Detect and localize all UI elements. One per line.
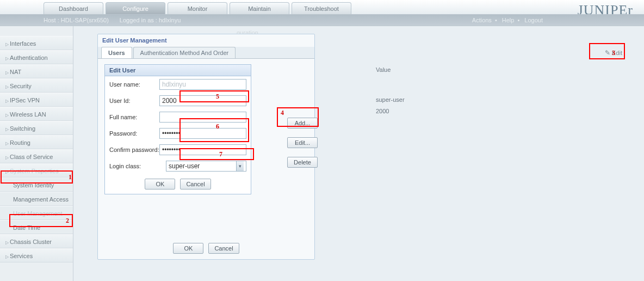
pencil-icon: ✎ <box>605 49 610 57</box>
sidebar-item-class-of-service[interactable]: ▷Class of Service <box>0 149 73 163</box>
login-class-label: Login class: <box>109 163 166 169</box>
chevron-down-icon: ▾ <box>236 161 244 171</box>
sidebar-sub-date-time[interactable]: Date Time <box>0 220 73 234</box>
tab-configure[interactable]: Configure <box>106 2 165 14</box>
sidebar-item-wireless-lan[interactable]: ▷Wireless LAN <box>0 107 73 121</box>
host-label: Host : HDL-SAP(srx650) <box>44 17 109 23</box>
edit-link-label: Edit <box>612 50 622 56</box>
password-label: Password: <box>109 130 159 137</box>
sidebar-sub-user-management[interactable]: User Management <box>0 206 73 220</box>
table-cell-class: super-user <box>376 96 405 103</box>
confirm-password-input[interactable] <box>159 144 246 155</box>
sidebar-item-authentication[interactable]: ▷Authentication <box>0 50 73 64</box>
chevron-right-icon: ▷ <box>5 250 9 264</box>
fullname-label: Full name: <box>109 114 159 120</box>
sidebar-item-chassis-cluster[interactable]: ▷Chassis Cluster <box>0 234 73 248</box>
sidebar: ▷Interfaces ▷Authentication ▷NAT ▷Securi… <box>0 26 73 281</box>
chevron-right-icon: ▷ <box>5 123 9 137</box>
delete-button[interactable]: Delete <box>287 157 318 168</box>
sidebar-item-system-properties[interactable]: ▷System Properties <box>0 163 73 178</box>
password-input[interactable] <box>159 128 246 139</box>
sidebar-item-label: NAT <box>10 69 21 75</box>
top-nav: Dashboard Configure Monitor Maintain Tro… <box>0 0 644 14</box>
edit-button[interactable]: Edit... <box>287 137 318 148</box>
edit-user-management-panel: Edit User Management Users Authenticatio… <box>97 34 315 260</box>
chevron-right-icon: ▷ <box>5 38 9 52</box>
table-cell-uid: 2000 <box>376 108 389 114</box>
chevron-right-icon: ▷ <box>5 80 9 94</box>
sidebar-item-interfaces[interactable]: ▷Interfaces <box>0 36 73 50</box>
sidebar-item-services[interactable]: ▷Services <box>0 248 73 262</box>
tab-troubleshoot[interactable]: Troubleshoot <box>292 2 351 14</box>
chevron-right-icon: ▷ <box>5 94 9 108</box>
sidebar-item-label: Chassis Cluster <box>10 239 52 245</box>
link-help[interactable]: Help <box>502 17 515 23</box>
sidebar-item-label: Routing <box>10 139 30 146</box>
col-value-header: Value <box>376 66 391 73</box>
fullname-input[interactable] <box>159 112 246 123</box>
host-links: Actions• Help• Logout <box>469 17 546 23</box>
panel-tab-users[interactable]: Users <box>101 47 132 58</box>
userid-label: User Id: <box>109 97 159 104</box>
sidebar-sub-system-identity[interactable]: System Identity <box>0 178 73 192</box>
main-content: guration Edit User Management Users Auth… <box>73 26 644 281</box>
panel-tab-auth-method[interactable]: Authentication Method And Order <box>133 47 236 58</box>
link-logout[interactable]: Logout <box>524 17 543 23</box>
sidebar-item-label: Wireless LAN <box>10 111 46 118</box>
sidebar-item-switching[interactable]: ▷Switching <box>0 121 73 135</box>
chevron-down-icon: ▷ <box>5 165 9 179</box>
chevron-right-icon: ▷ <box>5 236 9 250</box>
sidebar-item-label: IPSec VPN <box>10 97 40 103</box>
sidebar-item-security[interactable]: ▷Security <box>0 78 73 93</box>
user-list-buttons: Add... Edit... Delete <box>285 118 320 176</box>
add-button[interactable]: Add... <box>287 118 318 129</box>
sidebar-sub-management-access[interactable]: Management Access <box>0 192 73 206</box>
edit-user-box: Edit User User name: User Id: Full name: <box>104 64 251 194</box>
panel-ok-button[interactable]: OK <box>173 243 203 254</box>
sidebar-item-label: Authentication <box>10 54 48 61</box>
edit-link[interactable]: ✎ Edit <box>605 49 622 57</box>
tab-monitor[interactable]: Monitor <box>168 2 227 14</box>
panel-cancel-button[interactable]: Cancel <box>208 243 239 254</box>
editbox-ok-button[interactable]: OK <box>145 179 175 190</box>
sidebar-item-label: Services <box>10 253 33 259</box>
chevron-right-icon: ▷ <box>5 66 9 80</box>
chevron-right-icon: ▷ <box>5 52 9 66</box>
chevron-right-icon: ▷ <box>5 137 9 151</box>
panel-title: Edit User Management <box>98 34 314 47</box>
login-as-label: Logged in as : hdlxinyu <box>120 17 181 23</box>
username-input[interactable] <box>159 79 246 90</box>
sidebar-item-label: Class of Service <box>10 154 53 160</box>
confirm-password-label: Confirm password: <box>109 146 159 153</box>
sidebar-item-label: Interfaces <box>10 40 36 47</box>
tab-maintain[interactable]: Maintain <box>230 2 289 14</box>
tab-dashboard[interactable]: Dashboard <box>44 2 103 14</box>
sidebar-item-label: Switching <box>10 125 35 132</box>
userid-input[interactable] <box>159 95 246 106</box>
login-class-select[interactable]: super-user ▾ <box>166 161 246 172</box>
login-class-value: super-user <box>169 162 200 170</box>
host-bar: Host : HDL-SAP(srx650) Logged in as : hd… <box>0 14 644 26</box>
edit-user-title: Edit User <box>105 65 251 76</box>
link-actions[interactable]: Actions <box>472 17 492 23</box>
chevron-right-icon: ▷ <box>5 108 9 123</box>
sidebar-item-routing[interactable]: ▷Routing <box>0 135 73 149</box>
sidebar-item-ipsec-vpn[interactable]: ▷IPSec VPN <box>0 93 73 107</box>
editbox-cancel-button[interactable]: Cancel <box>180 179 210 190</box>
sidebar-item-label: System Properties <box>10 168 59 174</box>
chevron-right-icon: ▷ <box>5 151 9 165</box>
panel-tabs: Users Authentication Method And Order <box>98 47 314 59</box>
username-label: User name: <box>109 81 159 88</box>
sidebar-item-nat[interactable]: ▷NAT <box>0 64 73 78</box>
sidebar-item-label: Security <box>10 83 32 89</box>
